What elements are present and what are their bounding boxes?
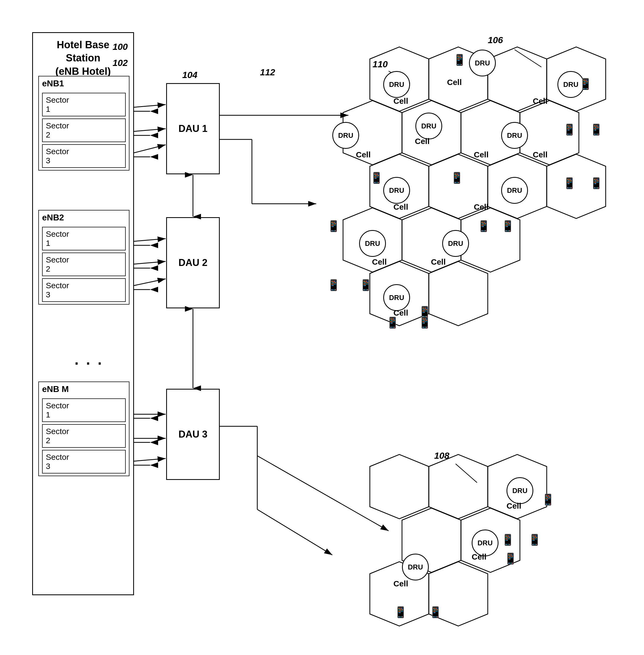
device-icon-8: 📱: [590, 177, 603, 189]
dru-circle-c2-1: DRU: [507, 477, 533, 504]
cell-label-5: Cell: [415, 137, 430, 146]
device-icon-16: 📱: [418, 316, 432, 329]
cell-label-10: Cell: [372, 257, 387, 267]
cell-label-6: Cell: [474, 150, 488, 159]
enbM-sector3: Sector3: [42, 450, 126, 473]
dau1-box: DAU 1: [166, 83, 220, 174]
cell-label-2: Cell: [447, 78, 462, 87]
svg-marker-53: [370, 454, 429, 519]
dru-circle-9: DRU: [359, 230, 386, 257]
ref-100: 100: [113, 42, 128, 52]
ref-106: 106: [488, 35, 503, 45]
svg-line-14: [134, 279, 166, 286]
svg-line-32: [257, 456, 389, 531]
diagram-container: Hotel BaseStation(eNB Hotel) eNB1 Sector…: [0, 0, 644, 655]
dru-circle-1: DRU: [383, 71, 410, 98]
device-icon-9: 📱: [327, 220, 340, 232]
cell-label-9: Cell: [474, 202, 488, 211]
enb1-sector3: Sector3: [42, 144, 126, 168]
cell-label-8: Cell: [393, 202, 408, 211]
enb2-sector3: Sector3: [42, 278, 126, 302]
device-icon-12: 📱: [327, 279, 340, 291]
device-icon-3: 📱: [563, 123, 576, 136]
enbM-box: eNB M Sector1 Sector2 Sector3: [38, 382, 130, 476]
enb2-label: eNB2: [39, 210, 129, 225]
dru-circle-4: DRU: [332, 122, 359, 149]
device-icon-13: 📱: [359, 279, 372, 291]
enb2-sector2: Sector2: [42, 253, 126, 276]
cell-label-12: Cell: [393, 308, 408, 317]
device-icon-2: 📱: [579, 78, 592, 90]
enb2-sector1: Sector1: [42, 227, 126, 250]
dru-circle-11: DRU: [383, 284, 410, 311]
svg-line-20: [134, 458, 166, 461]
hotel-base-station-box: Hotel BaseStation(eNB Hotel) eNB1 Sector…: [32, 32, 134, 595]
device-icon-5: 📱: [370, 172, 383, 184]
dru-circle-10: DRU: [442, 230, 469, 257]
enb1-sector2: Sector2: [42, 118, 126, 142]
svg-line-31: [257, 510, 332, 555]
hotel-title: Hotel BaseStation(eNB Hotel): [33, 33, 133, 81]
svg-line-8: [134, 145, 166, 153]
svg-line-6: [134, 129, 166, 131]
svg-marker-54: [429, 454, 488, 519]
svg-line-12: [134, 262, 166, 264]
device-icon-1: 📱: [453, 53, 466, 66]
device-icon-c2-2: 📱: [501, 534, 514, 546]
enbM-label: eNB M: [39, 382, 129, 396]
cell-label-1: Cell: [393, 96, 408, 106]
svg-line-4: [134, 105, 166, 107]
enb1-box: eNB1 Sector1 Sector2 Sector3: [38, 76, 130, 171]
enbM-sector2: Sector2: [42, 424, 126, 448]
cell-label-c2-3: Cell: [393, 579, 408, 588]
device-icon-c2-3: 📱: [528, 534, 542, 546]
dru-circle-7: DRU: [383, 177, 410, 204]
dau2-box: DAU 2: [166, 217, 220, 308]
svg-marker-52: [429, 262, 488, 326]
device-icon-c2-4: 📱: [504, 552, 517, 565]
device-icon-11: 📱: [501, 220, 514, 232]
svg-marker-50: [461, 208, 520, 272]
dru-circle-5: DRU: [415, 113, 442, 139]
svg-line-10: [134, 239, 166, 241]
enb2-box: eNB2 Sector1 Sector2 Sector3: [38, 210, 130, 304]
device-icon-c2-1: 📱: [542, 493, 555, 506]
ref-110: 110: [372, 59, 388, 69]
ref-104: 104: [182, 70, 198, 80]
dru-circle-c2-3: DRU: [402, 554, 429, 581]
cell-label-c2-2: Cell: [472, 552, 486, 561]
device-icon-c2-6: 📱: [429, 606, 442, 618]
ref-102: 102: [113, 58, 128, 68]
dru-circle-8: DRU: [501, 177, 528, 204]
device-icon-7: 📱: [563, 177, 576, 189]
ref-108: 108: [434, 450, 450, 461]
svg-line-33: [514, 50, 542, 67]
ref-112: 112: [260, 67, 275, 77]
svg-line-34: [456, 464, 477, 482]
enb1-sector1: Sector1: [42, 93, 126, 116]
device-icon-6: 📱: [450, 172, 464, 184]
enb1-label: eNB1: [39, 76, 129, 91]
dau3-box: DAU 3: [166, 389, 220, 480]
device-icon-c2-5: 📱: [394, 606, 407, 618]
device-icon-10: 📱: [477, 220, 490, 232]
enbM-sector1: Sector1: [42, 399, 126, 422]
ellipsis: . . .: [74, 351, 104, 368]
cell-label-4: Cell: [356, 150, 371, 159]
dru-circle-6: DRU: [501, 122, 528, 149]
cell-label-7: Cell: [533, 150, 548, 159]
device-icon-4: 📱: [590, 123, 603, 136]
dru-circle-2: DRU: [469, 50, 496, 76]
cell-label-3: Cell: [533, 96, 548, 106]
cell-label-c2-1: Cell: [507, 501, 521, 511]
device-icon-15: 📱: [386, 316, 399, 329]
cell-label-11: Cell: [431, 257, 446, 267]
